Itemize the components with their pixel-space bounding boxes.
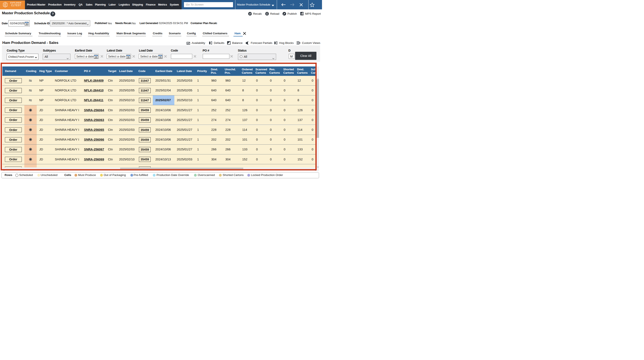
svg-text:15: 15 [127,56,130,58]
svg-text:15: 15 [159,56,162,58]
svg-text:x: x [301,12,302,15]
svg-text:15: 15 [26,23,28,25]
svg-text:15: 15 [95,56,97,58]
